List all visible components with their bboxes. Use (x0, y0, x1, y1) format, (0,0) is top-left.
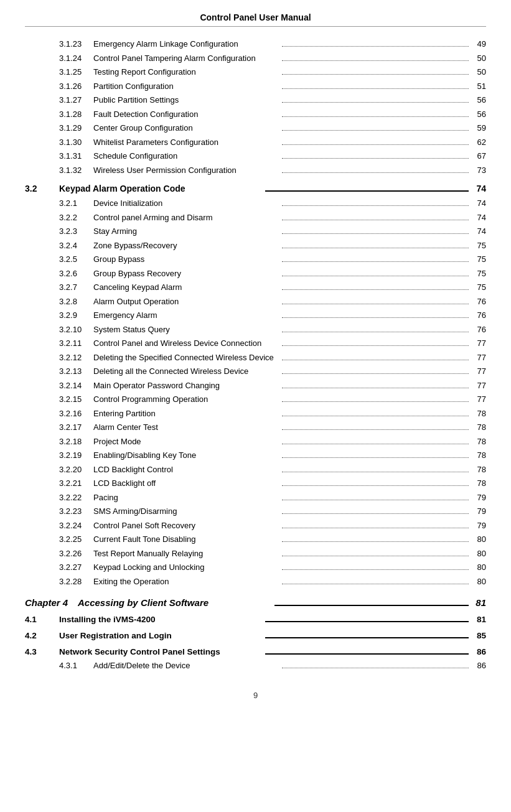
toc-num: 3.2.13 (59, 365, 93, 378)
toc-dots (282, 332, 469, 332)
toc-num: 3.1.25 (59, 66, 93, 78)
chapter-page: 81 (471, 597, 486, 608)
toc-item: 3.2.19 Enabling/Disabling Key Tone 78 (25, 449, 486, 462)
toc-num: 3.2.1 (59, 197, 93, 210)
toc-item: 3.1.29 Center Group Configuration 59 (25, 122, 486, 134)
toc-dots (282, 472, 469, 472)
toc-dots (282, 158, 469, 159)
toc-page: 50 (471, 52, 486, 65)
toc-page: 77 (471, 337, 486, 350)
toc-dots (282, 388, 469, 388)
toc-page: 67 (471, 150, 486, 162)
toc-num: 3.2.2 (59, 212, 93, 224)
toc-dots (282, 416, 469, 416)
toc-dots (282, 360, 469, 360)
toc-dots (282, 429, 469, 430)
toc-label: LCD Backlight off (93, 477, 280, 490)
toc-dots (282, 289, 469, 290)
toc-item: 3.2.9 Emergency Alarm 76 (25, 309, 486, 322)
toc-page: 74 (471, 225, 486, 238)
toc-page: 75 (471, 268, 486, 280)
section-dots (265, 653, 469, 655)
section-num: 4.2 (25, 631, 59, 640)
toc-item: 3.2.20 LCD Backlight Control 78 (25, 464, 486, 476)
section-label: Keypad Alarm Operation Code (59, 184, 263, 194)
toc-page: 78 (471, 408, 486, 420)
toc-page: 80 (471, 561, 486, 574)
section-num: 4.3 (25, 647, 59, 656)
toc-label: Group Bypass Recovery (93, 268, 280, 280)
toc-label: Enabling/Disabling Key Tone (93, 449, 280, 462)
toc-item: 3.1.28 Fault Detection Configuration 56 (25, 108, 486, 121)
toc-dots (282, 102, 469, 103)
toc-num: 3.2.23 (59, 505, 93, 518)
toc-num: 3.1.31 (59, 150, 93, 162)
chapter-4-header: Chapter 4 Accessing by Client Software 8… (25, 597, 486, 609)
section-dots (265, 621, 469, 622)
toc-label: Stay Arming (93, 225, 280, 238)
toc-label: Current Fault Tone Disabling (93, 533, 280, 546)
toc-label: Test Report Manually Relaying (93, 548, 280, 560)
toc-page: 76 (471, 324, 486, 336)
toc-page: 77 (471, 380, 486, 392)
toc-label: Control Panel Tampering Alarm Configurat… (93, 52, 280, 65)
section-label: User Registration and Login (59, 631, 263, 640)
toc-page: 74 (471, 197, 486, 210)
toc-dots (282, 276, 469, 276)
toc-num: 3.2.5 (59, 253, 93, 266)
toc-item: 3.2.23 SMS Arming/Disarming 79 (25, 505, 486, 518)
toc-num: 3.1.23 (59, 38, 93, 50)
chapter-num: Chapter 4 (25, 597, 78, 608)
toc-label: Exiting the Operation (93, 576, 280, 588)
section-page: 74 (471, 184, 486, 194)
toc-num: 3.2.11 (59, 337, 93, 350)
toc-num: 4.3.1 (59, 660, 93, 672)
toc-label: Deleting all the Connected Wireless Devi… (93, 365, 280, 378)
toc-page: 76 (471, 296, 486, 308)
toc-item: 3.2.14 Main Operator Password Changing 7… (25, 380, 486, 392)
section-page: 85 (471, 631, 486, 640)
section-3-2-header: 3.2 Keypad Alarm Operation Code 74 (25, 184, 486, 194)
toc-label: Project Mode (93, 436, 280, 448)
toc-item: 3.2.6 Group Bypass Recovery 75 (25, 268, 486, 280)
section-dots (265, 637, 469, 638)
toc-dots (282, 541, 469, 542)
toc-dots (282, 485, 469, 486)
toc-num: 3.1.28 (59, 108, 93, 121)
toc-label: Device Initialization (93, 197, 280, 210)
toc-label: Group Bypass (93, 253, 280, 266)
toc-label: Zone Bypass/Recovery (93, 240, 280, 252)
toc-dots (282, 74, 469, 75)
toc-page: 79 (471, 505, 486, 518)
toc-num: 3.1.30 (59, 136, 93, 149)
toc-page: 86 (471, 660, 486, 672)
toc-label: Canceling Keypad Alarm (93, 281, 280, 294)
toc-label: Fault Detection Configuration (93, 108, 280, 121)
toc-label: Control Programming Operation (93, 393, 280, 406)
toc-num: 3.2.6 (59, 268, 93, 280)
toc-num: 3.2.24 (59, 520, 93, 532)
toc-page: 78 (471, 464, 486, 476)
toc-num: 3.2.18 (59, 436, 93, 448)
toc-label: Center Group Configuration (93, 122, 280, 134)
toc-item: 3.2.24 Control Panel Soft Recovery 79 (25, 520, 486, 532)
toc-item: 3.2.18 Project Mode 78 (25, 436, 486, 448)
toc-dots (282, 261, 469, 262)
toc-page: 74 (471, 212, 486, 224)
toc-label: Whitelist Parameters Configuration (93, 136, 280, 149)
toc-page: 78 (471, 449, 486, 462)
toc-dots (282, 172, 469, 173)
toc-label: Alarm Center Test (93, 421, 280, 434)
toc-item: 3.1.25 Testing Report Configuration 50 (25, 66, 486, 78)
toc-dots (282, 457, 469, 458)
toc-dots (282, 248, 469, 248)
toc-num: 3.2.21 (59, 477, 93, 490)
toc-item: 3.1.23 Emergency Alarm Linkage Configura… (25, 38, 486, 50)
toc-dots (282, 130, 469, 131)
toc-label: Control Panel Soft Recovery (93, 520, 280, 532)
toc-item: 3.2.16 Entering Partition 78 (25, 408, 486, 420)
toc-num: 3.2.17 (59, 421, 93, 434)
toc-page: 77 (471, 393, 486, 406)
toc-item: 3.2.15 Control Programming Operation 77 (25, 393, 486, 406)
toc-num: 3.1.24 (59, 52, 93, 65)
